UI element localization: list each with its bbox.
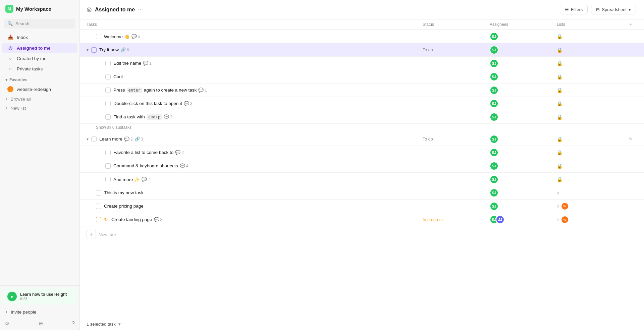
plus-icon: + [5,97,8,102]
task-name: Create pricing page [104,204,144,209]
favorites-section[interactable]: ▾ Favorites [0,74,79,84]
task-status: To do [423,47,490,53]
search-box[interactable]: 🔍 Search [4,19,75,29]
sidebar-item-label: Inbox [17,35,28,40]
task-checkbox[interactable] [91,47,97,53]
task-lists: 🔒 [557,163,624,169]
footer-icons: ⚙ ⊕ ? [0,317,79,330]
avatar: SJ [490,59,498,68]
spreadsheet-icon: ⊞ [596,7,600,12]
task-checkbox[interactable] [105,163,111,169]
new-task-label: New task [99,232,116,237]
task-checkbox[interactable] [96,190,101,196]
task-checkbox[interactable] [105,74,111,79]
new-list-button[interactable]: + New list [0,104,79,113]
bottom-chevron[interactable]: ▾ [118,322,121,327]
task-name: Favorite a list to come back to 💬 2 [113,150,184,155]
task-checkbox[interactable] [105,61,111,66]
sidebar-item-private[interactable]: ○ Private tasks [2,64,77,74]
search-icon: 🔍 [7,21,13,26]
main-content: ◎ Assigned to me ··· ☰ Filters ⊞ Spreads… [80,0,644,330]
task-lists: 🔒 [557,74,624,79]
task-checkbox[interactable] [96,204,101,209]
invite-people-button[interactable]: + Invite people [0,307,79,317]
task-name: Cool [113,74,123,79]
spreadsheet-chevron: ▾ [629,7,631,12]
table-row: Cool SJ 🔒 [80,70,644,84]
sidebar-item-created[interactable]: ○ Created by me [2,54,77,63]
comment-count: 💬 4 [180,163,189,168]
lock-icon: 🔒 [557,47,562,53]
avatar: SJ [490,135,498,144]
edit-icon[interactable]: ✎ [629,136,633,142]
task-status [423,36,490,38]
task-checkbox[interactable] [105,150,111,155]
task-name: Create landing page 💬 3 [111,217,162,222]
in-progress-icon: ↻ [104,217,108,222]
lock-icon: 🔒 [557,101,562,106]
list-avatar: W [561,203,568,210]
page-title: Assigned to me [95,7,135,13]
table-row: Create pricing page SJ # W [80,200,644,213]
link-count: 🔗 6 [120,47,129,52]
task-checkbox[interactable] [96,217,101,222]
lock-icon: 🔒 [557,114,562,120]
expand-chevron[interactable]: ▾ [87,137,89,142]
help-icon[interactable]: ? [72,321,75,327]
new-window-icon[interactable]: ⊕ [39,320,43,327]
task-table: Tasks Status Assignees Lists + Welcome 👋… [80,19,644,318]
plus-icon: + [5,106,8,111]
task-checkbox[interactable] [96,34,101,39]
task-name: Command & keyboard shortcuts 💬 4 [113,163,189,168]
task-assignees: SJ [490,86,557,95]
task-checkbox[interactable] [105,177,111,182]
favorites-label: Favorites [9,77,27,82]
task-lists: 🔒 [557,101,624,106]
task-name: This is my new task [104,190,144,195]
task-assignees: SJ [490,59,557,68]
filters-label: Filters [571,7,583,12]
learn-banner[interactable]: ▶ Learn how to use Height 6:23 [3,288,77,305]
code-tag: enter [127,88,142,93]
column-lists: Lists [557,22,624,27]
lock-icon: 🔒 [557,177,562,182]
workspace-header[interactable]: M My Workspace [0,0,79,17]
add-column-button[interactable]: + [624,22,637,27]
hash-icon: # [557,204,559,209]
task-checkbox[interactable] [91,136,97,142]
task-status [423,178,490,180]
lock-icon: 🔒 [557,136,562,142]
task-checkbox[interactable] [105,101,111,106]
settings-icon[interactable]: ⚙ [5,320,9,327]
show-all-subtasks[interactable]: Show all 6 subtasks [80,124,644,132]
bottom-bar: 1 selected task ▾ [80,318,644,330]
page-options-button[interactable]: ··· [138,7,144,12]
sidebar-item-label: Created by me [17,56,47,61]
sidebar-item-inbox[interactable]: 📥 Inbox [2,32,77,42]
task-name: Double-click on this task to open it 💬 3 [113,101,193,106]
avatar: SJ [490,175,498,184]
new-task-button[interactable]: + New task [80,226,644,242]
hash-icon: # [557,190,559,196]
task-status [423,103,490,105]
expand-chevron[interactable]: ▾ [87,48,89,52]
sidebar-item-assigned[interactable]: ◎ Assigned to me [2,43,77,53]
favorites-chevron: ▾ [5,77,7,82]
browse-all-button[interactable]: + Browse all [0,95,79,104]
task-status [423,76,490,78]
column-tasks: Tasks [87,22,423,27]
task-assignees: SJ [490,113,557,121]
spreadsheet-button[interactable]: ⊞ Spreadsheet ▾ [591,5,636,14]
task-checkbox[interactable] [105,114,111,120]
task-checkbox[interactable] [105,88,111,93]
comment-count: 💬 1 [143,61,152,66]
lock-icon: 🔒 [557,34,562,39]
sidebar-item-website-redesign[interactable]: website-redesign [2,84,77,94]
avatar-secondary: JJ [496,215,504,224]
table-row: Command & keyboard shortcuts 💬 4 SJ 🔒 [80,159,644,173]
task-name: Learn more 💬 2 🔗 3 [99,136,143,142]
filters-button[interactable]: ☰ Filters [560,5,588,14]
inbox-icon: 📥 [7,35,13,40]
table-row: This is my new task SJ # [80,186,644,200]
avatar: SJ [490,46,498,54]
